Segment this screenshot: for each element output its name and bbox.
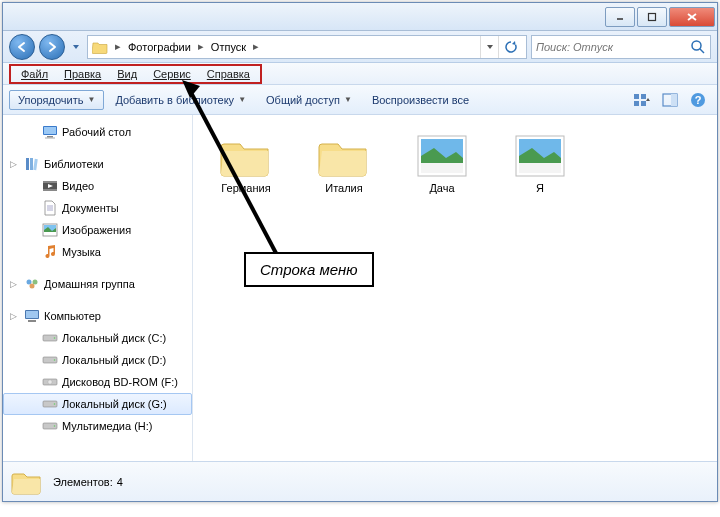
svg-point-30 [33, 280, 38, 285]
sidebar-label: Изображения [62, 224, 131, 236]
content-pane[interactable]: Германия Италия Дача Я [193, 115, 717, 461]
sidebar-item-disk-g[interactable]: Локальный диск (G:) [3, 393, 192, 415]
breadcrumb-item[interactable]: Фотографии [124, 39, 195, 55]
close-button[interactable] [669, 7, 715, 27]
svg-rect-8 [634, 101, 639, 106]
menu-tools[interactable]: Сервис [145, 66, 199, 82]
navbar: ▸ Фотографии ▸ Отпуск ▸ [3, 31, 717, 63]
address-bar[interactable]: ▸ Фотографии ▸ Отпуск ▸ [87, 35, 527, 59]
drive-icon [42, 352, 58, 368]
svg-rect-34 [28, 320, 36, 322]
sidebar-item-videos[interactable]: Видео [3, 175, 192, 197]
forward-button[interactable] [39, 34, 65, 60]
chevron-right-icon: ▸ [195, 40, 207, 53]
sidebar-item-libraries[interactable]: ▷ Библиотеки [3, 153, 192, 175]
sidebar-item-music[interactable]: Музыка [3, 241, 192, 263]
svg-line-5 [700, 49, 704, 53]
svg-rect-11 [671, 94, 677, 106]
folder-icon [11, 466, 43, 498]
expand-icon: ▷ [10, 159, 20, 169]
folder-item[interactable]: Германия [207, 129, 285, 199]
sidebar-item-bdrom[interactable]: Дисковод BD-ROM (F:) [3, 371, 192, 393]
statusbar: Элементов: 4 [3, 461, 717, 501]
play-all-button[interactable]: Воспроизвести все [363, 90, 478, 110]
svg-rect-47 [421, 163, 463, 173]
svg-rect-1 [649, 13, 656, 20]
chevron-right-icon: ▸ [250, 40, 262, 53]
sidebar-label: Библиотеки [44, 158, 104, 170]
maximize-button[interactable] [637, 7, 667, 27]
search-input[interactable] [536, 41, 690, 53]
svg-text:?: ? [695, 94, 702, 106]
sidebar-label: Документы [62, 202, 119, 214]
annotation-label: Строка меню [260, 261, 358, 278]
svg-rect-19 [30, 158, 33, 170]
image-icon [514, 134, 566, 178]
breadcrumb-item[interactable]: Отпуск [207, 39, 250, 55]
organize-button[interactable]: Упорядочить ▼ [9, 90, 104, 110]
drive-icon [42, 330, 58, 346]
menu-edit[interactable]: Правка [56, 66, 109, 82]
help-button[interactable]: ? [685, 89, 711, 111]
pictures-icon [42, 222, 58, 238]
sidebar-label: Компьютер [44, 310, 101, 322]
sidebar-item-desktop[interactable]: Рабочий стол [3, 121, 192, 143]
svg-rect-50 [519, 163, 561, 173]
image-item[interactable]: Дача [403, 129, 481, 199]
folder-icon [318, 134, 370, 178]
music-icon [42, 244, 58, 260]
sidebar-label: Локальный диск (C:) [62, 332, 166, 344]
menu-file[interactable]: Файл [13, 66, 56, 82]
libraries-icon [24, 156, 40, 172]
documents-icon [42, 200, 58, 216]
sidebar-item-disk-c[interactable]: Локальный диск (C:) [3, 327, 192, 349]
play-label: Воспроизвести все [372, 94, 469, 106]
minimize-button[interactable] [605, 7, 635, 27]
drive-icon [42, 418, 58, 434]
menubar: Файл Правка Вид Сервис Справка [3, 63, 717, 85]
view-options-button[interactable] [629, 89, 655, 111]
organize-label: Упорядочить [18, 94, 83, 106]
image-item[interactable]: Я [501, 129, 579, 199]
svg-rect-22 [43, 181, 57, 183]
computer-icon [24, 308, 40, 324]
nav-history-dropdown[interactable] [69, 34, 83, 60]
menubar-highlight: Файл Правка Вид Сервис Справка [9, 64, 262, 84]
homegroup-icon [24, 276, 40, 292]
sidebar-item-disk-d[interactable]: Локальный диск (D:) [3, 349, 192, 371]
folder-icon [92, 39, 108, 55]
share-label: Общий доступ [266, 94, 340, 106]
menu-view[interactable]: Вид [109, 66, 145, 82]
back-button[interactable] [9, 34, 35, 60]
address-dropdown[interactable] [480, 36, 498, 58]
preview-pane-button[interactable] [657, 89, 683, 111]
svg-rect-7 [641, 94, 646, 99]
refresh-button[interactable] [498, 36, 522, 58]
chevron-down-icon: ▼ [344, 95, 352, 104]
sidebar-item-documents[interactable]: Документы [3, 197, 192, 219]
svg-rect-33 [26, 311, 38, 318]
share-button[interactable]: Общий доступ ▼ [257, 90, 361, 110]
search-icon [690, 39, 706, 55]
svg-point-31 [30, 284, 35, 289]
sidebar-item-pictures[interactable]: Изображения [3, 219, 192, 241]
svg-point-42 [54, 403, 56, 405]
search-box[interactable] [531, 35, 711, 59]
expand-icon: ▷ [10, 311, 20, 321]
sidebar-item-multimedia[interactable]: Мультимедиа (H:) [3, 415, 192, 437]
sidebar-item-computer[interactable]: ▷ Компьютер [3, 305, 192, 327]
menu-help[interactable]: Справка [199, 66, 258, 82]
svg-point-38 [54, 359, 56, 361]
status-label: Элементов: [53, 476, 113, 488]
add-to-library-button[interactable]: Добавить в библиотеку ▼ [106, 90, 255, 110]
svg-rect-20 [33, 159, 38, 170]
titlebar [3, 3, 717, 31]
chevron-right-icon: ▸ [112, 40, 124, 53]
sidebar-label: Домашняя группа [44, 278, 135, 290]
sidebar-item-homegroup[interactable]: ▷ Домашняя группа [3, 273, 192, 295]
file-label: Я [536, 182, 544, 194]
svg-rect-15 [44, 127, 56, 134]
svg-point-44 [54, 425, 56, 427]
folder-item[interactable]: Италия [305, 129, 383, 199]
optical-drive-icon [42, 374, 58, 390]
